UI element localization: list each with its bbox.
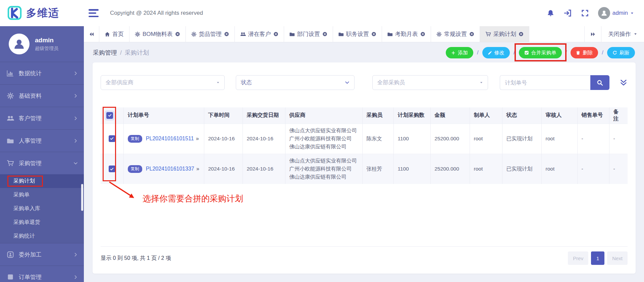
col-header: 状态 [502, 107, 541, 124]
close-operations-label: 关闭操作 [608, 30, 631, 38]
gear-icon [7, 92, 14, 99]
tab-label: 潜在客户 [248, 30, 271, 38]
col-header: 备注 [609, 107, 628, 124]
sidebar: admin 超级管理员 数据统计 基础资料 客户管理 人事管理 采购管理 采购计… [0, 26, 84, 282]
sidebar-subitem-purchase-inbound[interactable]: 采购单入库 [0, 202, 84, 216]
caret-down-icon [480, 81, 483, 84]
breadcrumb-parent[interactable]: 采购管理 [93, 49, 117, 57]
link-expand-glyph[interactable]: » [196, 166, 199, 172]
expand-filters-double-chevron-icon[interactable] [620, 79, 628, 87]
cell-buyer: 张桂芳 [362, 154, 393, 184]
refresh-button[interactable]: 刷新 [607, 47, 635, 58]
col-header: 采购交货日期 [243, 107, 285, 124]
tab-close-icon[interactable] [175, 32, 180, 37]
tab-goods-mgmt[interactable]: 货品管理 [186, 26, 235, 42]
tab-purchase-plan[interactable]: 采购计划 [480, 26, 529, 42]
plan-no-input[interactable] [500, 75, 590, 90]
cell-supplier: 佛山点大供应链实业有限公司 广州小欧能源科技有限公司 佛山达康供应链有限公司 [285, 154, 362, 184]
col-header: 金额 [430, 107, 470, 124]
sidebar-subitem-purchase-order[interactable]: 采购单 [0, 188, 84, 202]
tab-label: 考勤月表 [395, 30, 418, 38]
select-all-checkbox[interactable] [106, 112, 113, 119]
fullscreen-icon[interactable] [581, 9, 589, 17]
buyer-select[interactable]: 全部采购员 [372, 75, 488, 90]
tab-bom-materials[interactable]: BOM物料表 [129, 26, 186, 42]
table-row: 复制 PL20241016101511 » 2024-10-16 2024-10… [101, 124, 628, 154]
row-checkbox[interactable] [109, 166, 115, 172]
user-menu[interactable]: admin [598, 7, 634, 19]
tab-close-icon[interactable] [371, 32, 376, 37]
copy-button[interactable]: 复制 [128, 165, 142, 173]
tab-potential-customers[interactable]: 潜在客户 [235, 26, 284, 42]
content-area: 采购管理 / 采购计划 添加 / 修改 / 合并采购单 [84, 42, 644, 282]
tab-close-icon[interactable] [224, 32, 229, 37]
col-header: 供应商 [285, 107, 362, 124]
sidebar-item-outsourcing[interactable]: 委外加工 [0, 243, 84, 266]
tab-position-settings[interactable]: 职务设置 [333, 26, 382, 42]
tab-label: 部门设置 [297, 30, 320, 38]
tab-general-settings[interactable]: 常规设置 [431, 26, 480, 42]
col-header: 计划单号 [123, 107, 204, 124]
cart-icon [485, 31, 491, 37]
edit-button[interactable]: 修改 [482, 47, 510, 58]
caret-down-icon [216, 81, 220, 84]
col-header: 销售单号 [577, 107, 609, 124]
link-expand-glyph[interactable]: » [196, 136, 199, 141]
sidebar-item-purchase-mgmt[interactable]: 采购管理 [0, 152, 84, 174]
tabs-scroll-right-icon[interactable] [584, 26, 601, 42]
sidebar-subitem-purchase-plan[interactable]: 采购计划 [0, 174, 84, 188]
prev-page-button[interactable]: Prev [568, 251, 588, 265]
row-checkbox[interactable] [109, 135, 115, 142]
sidebar-subitem-purchase-stats[interactable]: 采购统计 [0, 229, 84, 243]
col-header: 计划采购数 [393, 107, 430, 124]
sidebar-item-label: 订单管理 [19, 273, 42, 281]
tab-attendance-monthly[interactable]: 考勤月表 [382, 26, 431, 42]
purchase-plan-table: 计划单号 下单时间 采购交货日期 供应商 采购员 计划采购数 金额 制单人 状态… [101, 107, 628, 184]
sidebar-profile: admin 超级管理员 [0, 26, 84, 62]
plan-no-link[interactable]: PL20241016101337 [146, 166, 194, 172]
logout-icon[interactable] [564, 9, 572, 17]
merge-purchase-order-button[interactable]: 合并采购单 [519, 47, 562, 58]
col-header: 审核人 [541, 107, 577, 124]
subitem-label: 采购单退货 [13, 219, 40, 226]
tab-department-settings[interactable]: 部门设置 [284, 26, 333, 42]
tabs-scroll-left-icon[interactable] [84, 26, 99, 42]
subitem-label: 采购统计 [13, 233, 35, 240]
sidebar-item-customer-mgmt[interactable]: 客户管理 [0, 107, 84, 129]
folder-icon [387, 32, 393, 37]
add-button[interactable]: 添加 [446, 47, 473, 58]
sidebar-item-hr-mgmt[interactable]: 人事管理 [0, 129, 84, 152]
sidebar-toggle-icon[interactable] [89, 9, 99, 17]
select-all-checkbox-ring [105, 110, 115, 121]
chevron-down-icon [73, 161, 78, 166]
status-select[interactable]: 状态 [236, 75, 355, 90]
sidebar-item-label: 采购管理 [19, 159, 42, 167]
sidebar-item-data-stats[interactable]: 数据统计 [0, 62, 84, 84]
sidebar-subitem-purchase-return[interactable]: 采购单退货 [0, 216, 84, 229]
plan-no-link[interactable]: PL20241016101511 [146, 136, 194, 141]
supplier-select[interactable]: 全部供应商 [101, 75, 225, 90]
search-button[interactable] [590, 75, 609, 90]
sidebar-scrollbar-thumb[interactable] [81, 184, 83, 211]
users-icon [240, 31, 246, 37]
tab-close-icon[interactable] [469, 32, 474, 37]
tab-home[interactable]: 首页 [99, 26, 129, 42]
page-1-button[interactable]: 1 [591, 251, 604, 265]
tab-close-icon[interactable] [519, 32, 524, 37]
close-operations-menu[interactable]: 关闭操作 [601, 26, 644, 42]
next-page-button[interactable]: Next [607, 251, 628, 265]
toolbar: 添加 / 修改 / 合并采购单 / 删除 [446, 47, 635, 58]
sidebar-item-order-mgmt[interactable]: 订单管理 [0, 266, 84, 282]
tab-bar: 首页 BOM物料表 货品管理 潜在客户 部门设置 职务设置 [84, 26, 644, 42]
annotation-text: 选择你需要合拼的采购计划 [143, 193, 243, 204]
sidebar-item-basic-data[interactable]: 基础资料 [0, 84, 84, 107]
delete-button[interactable]: 删除 [571, 47, 598, 58]
tab-close-icon[interactable] [420, 32, 425, 37]
cell-sales-no: - [577, 154, 609, 184]
outsourcing-badge-icon [7, 251, 14, 258]
tab-close-icon[interactable] [322, 32, 327, 37]
purchase-submenu: 采购计划 采购单 采购单入库 采购单退货 采购统计 [0, 174, 84, 243]
copy-button[interactable]: 复制 [128, 135, 142, 143]
notifications-bell-icon[interactable] [547, 9, 554, 17]
tab-close-icon[interactable] [273, 32, 278, 37]
